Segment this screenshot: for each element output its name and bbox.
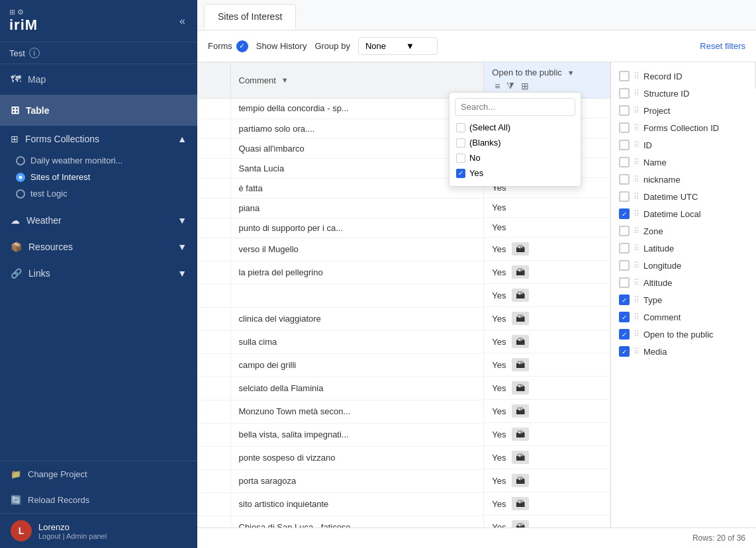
forms-collections-label: Forms Collections <box>25 134 99 144</box>
reset-filters-button[interactable]: Reset filters <box>700 41 745 51</box>
filter-icon-comment[interactable]: ▼ <box>281 76 289 84</box>
section-weather[interactable]: ☁ Weather ▼ <box>0 207 197 234</box>
sidebar-item-table[interactable]: ⊞ Table <box>0 95 197 126</box>
col-name-nickname: nickname <box>643 175 681 185</box>
table-row: sito artistico inquietante Yes 🏔 <box>197 492 610 516</box>
row-open-to-public-7: Yes 🏔 <box>484 238 610 261</box>
row-open-to-public-18: Yes 🏔 <box>484 492 610 516</box>
collection-item-test-logic[interactable]: test Logic <box>11 185 187 202</box>
col-group-button[interactable]: ⊞ <box>518 79 532 93</box>
change-project-item[interactable]: 📁 Change Project <box>0 461 197 487</box>
row-index-18 <box>197 492 230 516</box>
col-row-altitude[interactable]: ⠿ Altitude <box>611 274 756 291</box>
col-row-datetime-utc[interactable]: ⠿ Datetime UTC <box>611 188 756 205</box>
col-row-id[interactable]: ⠿ ID <box>611 136 756 154</box>
logo-text: iriM <box>9 17 38 34</box>
col-name-project: Project <box>643 106 670 116</box>
col-checkbox-datetime-local: ✓ <box>619 208 630 219</box>
filter-option-yes[interactable]: ✓ Yes <box>455 165 575 181</box>
row-open-to-public-14: Yes 🏔 <box>484 400 610 423</box>
col-row-forms-collection-id[interactable]: ⠿ Forms Collection ID <box>611 119 756 136</box>
col-row-zone[interactable]: ⠿ Zone <box>611 222 756 240</box>
radio-sites-of-interest <box>16 173 25 182</box>
tab-sites-of-interest[interactable]: Sites of Interest <box>204 4 296 30</box>
row-comment-9 <box>230 284 484 307</box>
col-row-type[interactable]: ✓ ⠿ Type <box>611 291 756 308</box>
drag-icon-longitude: ⠿ <box>634 261 639 270</box>
col-header-comment: Comment ▼ <box>230 62 484 99</box>
row-index-19 <box>197 516 230 527</box>
drag-icon-comment: ⠿ <box>634 312 639 322</box>
col-row-record-id[interactable]: ⠿ Record ID <box>611 68 756 85</box>
image-icon: 🏔 <box>512 404 529 418</box>
col-row-open-to-public[interactable]: ✓ ⠿ Open to the public <box>611 326 756 343</box>
reload-records-icon: 🔄 <box>11 495 21 505</box>
col-filter-button[interactable]: ⧩ <box>504 79 517 93</box>
info-icon[interactable]: i <box>29 48 40 58</box>
row-index-13 <box>197 377 230 400</box>
row-comment-11: sulla cima <box>230 330 484 353</box>
filter-label-no: No <box>469 153 481 163</box>
reload-records-item[interactable]: 🔄 Reload Records <box>0 487 197 513</box>
drag-icon-record-id: ⠿ <box>634 71 639 81</box>
col-row-structure-id[interactable]: ⠿ Structure ID <box>611 85 756 102</box>
col-name-record-id: Record ID <box>643 71 683 81</box>
forms-check-icon: ✓ <box>236 40 248 52</box>
filter-option-blanks[interactable]: (Blanks) <box>455 135 575 150</box>
rows-count-value: 20 of 36 <box>717 533 745 543</box>
drag-icon-type: ⠿ <box>634 295 639 304</box>
col-row-latitude[interactable]: ⠿ Latitude <box>611 240 756 257</box>
col-name-structure-id: Structure ID <box>643 89 689 99</box>
row-index-7 <box>197 238 230 261</box>
forms-toggle[interactable]: Forms ✓ <box>208 40 248 52</box>
logout-link[interactable]: Logout <box>38 532 61 540</box>
section-links[interactable]: 🔗 Links ▼ <box>0 260 197 287</box>
user-info: Lorenzo Logout | Admin panel <box>38 522 187 540</box>
drag-icon-media: ⠿ <box>634 347 639 356</box>
sidebar: ⊞ ⚙ iriM « Test i 🗺 Map ⊞ Table ⊞ Forms … <box>0 0 197 548</box>
resources-chevron: ▼ <box>177 242 187 252</box>
radio-daily-weather <box>16 156 25 165</box>
sidebar-header: ⊞ ⚙ iriM « <box>0 0 197 42</box>
admin-panel-link[interactable]: Admin panel <box>66 532 107 540</box>
row-open-to-public-19: Yes 🏔 <box>484 516 610 527</box>
filter-option-select-all[interactable]: (Select All) <box>455 120 575 135</box>
forms-label: Forms <box>208 41 232 51</box>
table-row: verso il Mugello Yes 🏔 <box>197 238 610 261</box>
row-comment-19: Chiesa di San Luca - faticoso <box>230 516 484 527</box>
col-row-datetime-local[interactable]: ✓ ⠿ Datetime Local <box>611 205 756 222</box>
logo: ⊞ ⚙ iriM <box>9 8 38 34</box>
col-name-media: Media <box>643 347 667 357</box>
comment-col-label: Comment <box>239 75 276 85</box>
reload-records-label: Reload Records <box>28 495 89 505</box>
collection-item-daily-weather[interactable]: Daily weather monitori... <box>11 152 187 169</box>
show-history-button[interactable]: Show History <box>256 41 307 51</box>
col-row-media[interactable]: ✓ ⠿ Media <box>611 343 756 360</box>
col-row-nickname[interactable]: ⠿ nickname <box>611 171 756 188</box>
collection-item-sites-of-interest[interactable]: Sites of Interest <box>11 169 187 185</box>
collapse-button[interactable]: « <box>177 13 188 30</box>
col-row-longitude[interactable]: ⠿ Longitude <box>611 257 756 274</box>
drag-icon-name: ⠿ <box>634 158 639 167</box>
filter-search-input[interactable] <box>455 98 575 116</box>
logo-icons: ⊞ ⚙ <box>9 8 38 17</box>
col-row-comment[interactable]: ✓ ⠿ Comment <box>611 308 756 326</box>
col-row-name[interactable]: ⠿ Name <box>611 154 756 171</box>
sidebar-item-map[interactable]: 🗺 Map <box>0 64 197 95</box>
row-comment-6: punto di supporto per i ca... <box>230 218 484 238</box>
links-label: Links <box>28 268 50 279</box>
section-forms-collections[interactable]: ⊞ Forms Collections ▲ <box>0 126 197 152</box>
col-menu-button[interactable]: ≡ <box>492 79 502 93</box>
col-checkbox-forms-collection-id <box>619 122 630 133</box>
row-comment-8: la pietra del pellegrino <box>230 261 484 284</box>
row-comment-10: clinica del viaggiatore <box>230 307 484 330</box>
col-row-project[interactable]: ⠿ Project <box>611 102 756 119</box>
filter-option-no[interactable]: No <box>455 150 575 165</box>
section-resources[interactable]: 📦 Resources ▼ <box>0 234 197 260</box>
col-name-latitude: Latitude <box>643 244 674 253</box>
group-by-select[interactable]: None ▼ <box>358 37 438 55</box>
table-row: porta saragoza Yes 🏔 <box>197 469 610 492</box>
filter-icon-open-to-public[interactable]: ▼ <box>567 69 575 77</box>
row-open-to-public-10: Yes 🏔 <box>484 307 610 330</box>
col-checkbox-name <box>619 157 630 167</box>
